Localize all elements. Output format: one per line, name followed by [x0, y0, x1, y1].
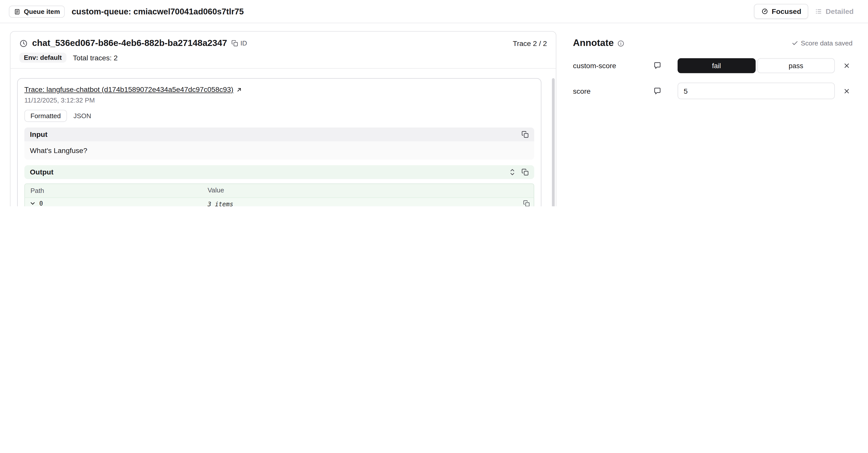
detailed-icon — [815, 8, 823, 15]
page-title: custom-queue: cmiacwel70041ad060s7tlr75 — [72, 6, 244, 16]
item-header: chat_536ed067-b86e-4eb6-882b-ba27148a234… — [10, 32, 556, 69]
delete-score-button[interactable] — [840, 87, 852, 95]
format-tabs: Formatted JSON — [25, 110, 534, 122]
copy-icon — [523, 200, 530, 206]
total-traces-label: Total traces: 2 — [73, 54, 118, 62]
output-label: Output — [30, 168, 54, 176]
expand-icon — [509, 168, 516, 176]
comment-icon — [653, 87, 661, 95]
score-option-fail[interactable]: fail — [678, 58, 755, 73]
trace-link-label: Trace: langfuse-chatbot (d174b1589072e43… — [25, 85, 234, 94]
id-label: ID — [240, 39, 247, 47]
trace-link[interactable]: Trace: langfuse-chatbot (d174b1589072e43… — [25, 85, 242, 94]
copy-row-button[interactable] — [523, 200, 530, 206]
tab-formatted[interactable]: Formatted — [25, 110, 67, 122]
trace-timestamp: 11/12/2025, 3:12:32 PM — [25, 96, 534, 104]
score-name-label: score — [573, 87, 653, 95]
table-row: 0 3 items — [25, 197, 534, 206]
queue-icon — [14, 8, 21, 15]
annotate-panel: Annotate Score data saved custom-score f… — [566, 31, 859, 206]
trace-counter: Trace 2 / 2 — [513, 39, 547, 48]
comment-button[interactable] — [653, 62, 664, 70]
traces-scroll-area: Trace: langfuse-chatbot (d174b1589072e43… — [10, 70, 556, 206]
score-name-label: custom-score — [573, 62, 653, 70]
output-section: Output Path Value — [25, 165, 534, 206]
copy-output-button[interactable] — [522, 168, 529, 176]
input-section: Input What's Langfuse? — [25, 128, 534, 160]
copy-id-button[interactable]: ID — [231, 39, 247, 47]
vertical-scrollbar-thumb[interactable] — [552, 78, 555, 206]
detailed-label: Detailed — [826, 7, 854, 16]
tab-json[interactable]: JSON — [69, 110, 96, 121]
score-saved-label: Score data saved — [801, 39, 852, 47]
external-link-icon — [236, 86, 242, 93]
main-area: chat_536ed067-b86e-4eb6-882b-ba27148a234… — [0, 23, 868, 206]
close-icon — [843, 62, 850, 69]
focus-icon — [761, 8, 768, 15]
json-key: 0 — [39, 200, 43, 206]
item-title: chat_536ed067-b86e-4eb6-882b-ba27148a234… — [32, 38, 227, 48]
copy-icon — [231, 40, 238, 47]
trace-card: Trace: langfuse-chatbot (d174b1589072e43… — [17, 78, 541, 206]
table-header-row: Path Value — [25, 184, 534, 197]
value-column-header: Value — [208, 186, 518, 195]
info-icon — [617, 40, 624, 47]
score-row: score — [573, 83, 852, 99]
focused-label: Focused — [772, 7, 801, 16]
detailed-view-button[interactable]: Detailed — [809, 4, 859, 19]
close-icon — [843, 87, 850, 95]
clock-icon — [20, 39, 28, 48]
annotate-title: Annotate — [573, 38, 614, 49]
copy-icon — [522, 168, 529, 176]
output-json-table: Path Value 0 3 items — [25, 183, 534, 206]
expand-output-button[interactable] — [509, 168, 516, 176]
score-input[interactable] — [678, 83, 835, 99]
input-label: Input — [30, 130, 48, 139]
score-saved-status: Score data saved — [791, 39, 852, 47]
score-row: custom-score fail pass — [573, 58, 852, 73]
copy-input-button[interactable] — [522, 131, 529, 138]
score-option-pass[interactable]: pass — [757, 58, 835, 73]
queue-item-badge: Queue item — [9, 5, 65, 18]
view-toggle: Focused Detailed — [754, 4, 859, 19]
input-value: What's Langfuse? — [25, 141, 534, 160]
focused-view-button[interactable]: Focused — [754, 4, 808, 19]
queue-item-label: Queue item — [24, 7, 60, 16]
copy-icon — [522, 131, 529, 138]
app-root: Queue item custom-queue: cmiacwel70041ad… — [0, 0, 868, 206]
categorical-score-options: fail pass — [678, 58, 835, 73]
queue-item-card: chat_536ed067-b86e-4eb6-882b-ba27148a234… — [10, 31, 557, 206]
json-items-count: 3 items — [208, 200, 233, 206]
comment-icon — [653, 62, 661, 70]
comment-button[interactable] — [653, 87, 664, 95]
check-icon — [791, 40, 798, 47]
delete-score-button[interactable] — [840, 62, 852, 69]
chevron-down-icon[interactable] — [29, 200, 36, 206]
env-badge: Env: default — [20, 53, 66, 63]
path-column-header: Path — [25, 186, 208, 195]
top-header: Queue item custom-queue: cmiacwel70041ad… — [0, 0, 868, 23]
